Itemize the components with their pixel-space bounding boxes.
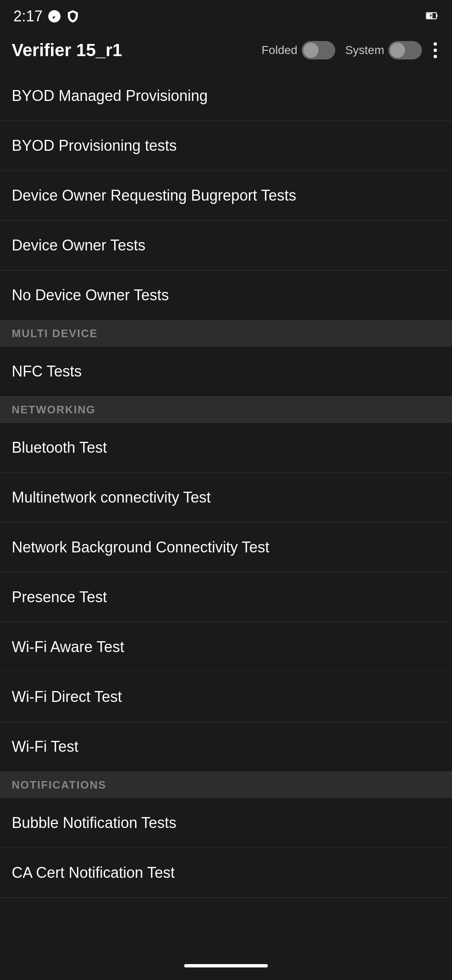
svg-rect-2 bbox=[437, 14, 438, 17]
more-options-button[interactable] bbox=[430, 39, 440, 62]
folded-toggle[interactable] bbox=[302, 41, 335, 59]
list-item-multinetwork-connectivity-test[interactable]: Multinetwork connectivity Test bbox=[0, 473, 452, 523]
battery-icon bbox=[425, 9, 439, 22]
battery-container bbox=[425, 9, 439, 24]
section-header-networking: NETWORKING bbox=[0, 397, 452, 423]
list-item-network-background-connectivity-test[interactable]: Network Background Connectivity Test bbox=[0, 523, 452, 573]
system-toggle-item: System bbox=[345, 41, 422, 59]
more-dot-1 bbox=[434, 42, 437, 46]
list-container: BYOD Managed ProvisioningBYOD Provisioni… bbox=[0, 71, 452, 898]
wifi-icon bbox=[48, 10, 61, 23]
list-item-bubble-notification-tests[interactable]: Bubble Notification Tests bbox=[0, 798, 452, 848]
folded-label: Folded bbox=[262, 44, 298, 57]
more-dot-3 bbox=[434, 55, 437, 58]
list-item-wi-fi-direct-test[interactable]: Wi-Fi Direct Test bbox=[0, 672, 452, 722]
app-bar: Verifier 15_r1 Folded System bbox=[0, 29, 452, 71]
system-label: System bbox=[345, 44, 384, 57]
list-item-bluetooth-test[interactable]: Bluetooth Test bbox=[0, 423, 452, 473]
list-item-wi-fi-aware-test[interactable]: Wi-Fi Aware Test bbox=[0, 622, 452, 672]
folded-toggle-knob bbox=[303, 43, 318, 58]
section-header-multi-device: MULTI DEVICE bbox=[0, 320, 452, 347]
system-toggle[interactable] bbox=[388, 41, 422, 59]
status-time-group: 2:17 bbox=[13, 8, 80, 25]
nav-indicator bbox=[184, 964, 268, 967]
list-item-byod-managed-provisioning[interactable]: BYOD Managed Provisioning bbox=[0, 71, 452, 121]
folded-toggle-item: Folded bbox=[262, 41, 335, 59]
toggle-group: Folded System bbox=[262, 41, 422, 59]
list-item-presence-test[interactable]: Presence Test bbox=[0, 573, 452, 622]
system-toggle-knob bbox=[390, 43, 405, 58]
clock: 2:17 bbox=[13, 8, 43, 25]
list-item-nfc-tests[interactable]: NFC Tests bbox=[0, 347, 452, 397]
list-item-device-owner-tests[interactable]: Device Owner Tests bbox=[0, 221, 452, 271]
list-item-device-owner-requesting-bugreport-tests[interactable]: Device Owner Requesting Bugreport Tests bbox=[0, 171, 452, 221]
section-header-notifications: NOTIFICATIONS bbox=[0, 772, 452, 798]
list-item-byod-provisioning-tests[interactable]: BYOD Provisioning tests bbox=[0, 121, 452, 171]
list-item-wi-fi-test[interactable]: Wi-Fi Test bbox=[0, 722, 452, 772]
status-bar: 2:17 bbox=[0, 0, 452, 29]
list-item-ca-cert-notification-test[interactable]: CA Cert Notification Test bbox=[0, 848, 452, 898]
signal-icon bbox=[66, 10, 80, 23]
app-title: Verifier 15_r1 bbox=[12, 40, 253, 60]
list-item-no-device-owner-tests[interactable]: No Device Owner Tests bbox=[0, 271, 452, 320]
nav-bar bbox=[0, 955, 452, 980]
more-dot-2 bbox=[434, 49, 437, 52]
